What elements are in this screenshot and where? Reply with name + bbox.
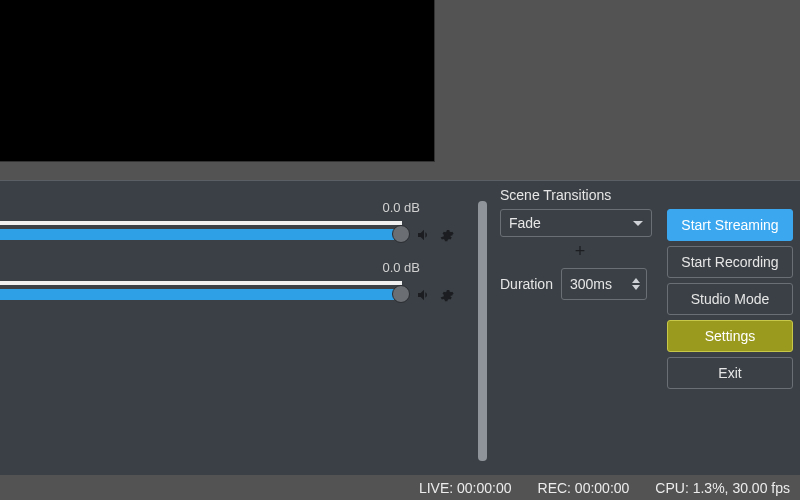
audio-meter-level <box>0 229 402 240</box>
chevron-down-icon[interactable] <box>632 285 640 290</box>
scene-transitions-panel: Scene Transitions Fade + Duration 300ms <box>500 187 660 300</box>
audio-meter-level <box>0 289 402 300</box>
audio-db-readout: 0.0 dB <box>382 260 420 275</box>
add-transition-button[interactable]: + <box>500 241 660 262</box>
exit-button[interactable]: Exit <box>667 357 793 389</box>
chevron-up-icon[interactable] <box>632 278 640 283</box>
duration-value: 300ms <box>570 276 612 292</box>
chevron-down-icon <box>633 221 643 226</box>
speaker-icon[interactable] <box>416 287 432 306</box>
status-bar: LIVE: 00:00:00 REC: 00:00:00 CPU: 1.3%, … <box>0 476 800 500</box>
audio-channel: 0.0 dB <box>0 261 462 317</box>
duration-label: Duration <box>500 276 553 292</box>
status-cpu: CPU: 1.3%, 30.00 fps <box>655 480 790 496</box>
status-rec: REC: 00:00:00 <box>538 480 630 496</box>
speaker-icon[interactable] <box>416 227 432 246</box>
status-live: LIVE: 00:00:00 <box>419 480 512 496</box>
lower-dock: 0.0 dB 0.0 dB <box>0 180 800 475</box>
studio-mode-button[interactable]: Studio Mode <box>667 283 793 315</box>
controls-column: Start Streaming Start Recording Studio M… <box>667 209 793 389</box>
audio-meter-track <box>0 221 402 225</box>
start-streaming-button[interactable]: Start Streaming <box>667 209 793 241</box>
transition-select[interactable]: Fade <box>500 209 652 237</box>
settings-button[interactable]: Settings <box>667 320 793 352</box>
audio-db-readout: 0.0 dB <box>382 200 420 215</box>
gear-icon[interactable] <box>439 288 454 306</box>
audio-meter-track <box>0 281 402 285</box>
transition-duration-row: Duration 300ms <box>500 268 660 300</box>
transition-selected-value: Fade <box>509 215 541 231</box>
mixer-scrollbar[interactable] <box>478 201 487 461</box>
preview-canvas[interactable] <box>0 0 435 162</box>
gear-icon[interactable] <box>439 228 454 246</box>
volume-slider-knob[interactable] <box>392 285 410 303</box>
duration-spinner[interactable]: 300ms <box>561 268 647 300</box>
audio-channel: 0.0 dB <box>0 201 462 257</box>
audio-mixer: 0.0 dB 0.0 dB <box>0 201 470 481</box>
volume-slider-knob[interactable] <box>392 225 410 243</box>
scene-transitions-title: Scene Transitions <box>500 187 660 203</box>
start-recording-button[interactable]: Start Recording <box>667 246 793 278</box>
